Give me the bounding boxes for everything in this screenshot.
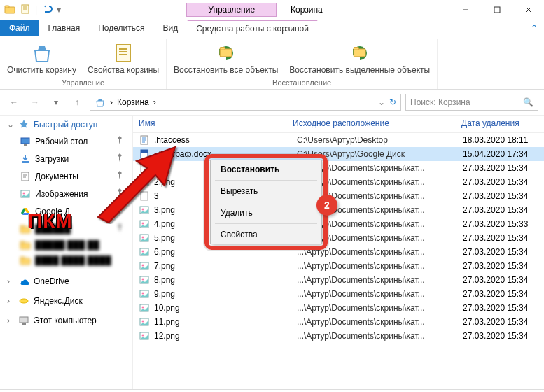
ribbon-group-restore: Восстановить все объекты Восстановить вы… bbox=[167, 39, 438, 89]
sidebar-item-label: Документы bbox=[35, 172, 78, 181]
restore-selected-button[interactable]: Восстановить выделенные объекты bbox=[286, 41, 433, 76]
undo-icon[interactable] bbox=[41, 4, 53, 17]
sidebar-item-icon bbox=[20, 171, 31, 182]
file-date: 27.03.2020 15:34 bbox=[463, 289, 538, 299]
annotation-step-badge: 2 bbox=[316, 195, 337, 216]
table-row[interactable]: 6.png...\Артур\Documents\скрины\кат...27… bbox=[133, 245, 544, 259]
file-name: 7.png bbox=[154, 261, 293, 271]
tab-home[interactable]: Главная bbox=[39, 20, 90, 36]
empty-recycle-button[interactable]: Очистить корзину bbox=[4, 41, 79, 76]
file-icon bbox=[139, 134, 150, 146]
sidebar-item[interactable]: Рабочий стол bbox=[0, 132, 132, 150]
file-date: 27.03.2020 15:34 bbox=[463, 205, 538, 215]
pin-icon bbox=[114, 222, 125, 235]
chevron-down-icon[interactable]: ⌄ bbox=[7, 120, 14, 130]
pin-icon bbox=[114, 187, 125, 200]
ctx-separator bbox=[215, 202, 317, 202]
breadcrumb-item[interactable]: Корзина bbox=[117, 97, 149, 107]
file-name: 9.png bbox=[154, 289, 293, 299]
file-location: ...\Артур\Documents\скрины\кат... bbox=[297, 289, 459, 299]
file-name: .htaccess bbox=[154, 135, 293, 145]
tab-recycle-tools[interactable]: Средства работы с корзиной bbox=[187, 20, 318, 36]
sidebar-this-pc[interactable]: › Этот компьютер bbox=[0, 313, 132, 328]
sidebar-item[interactable]: Изображения bbox=[0, 185, 132, 202]
chevron-right-icon[interactable]: › bbox=[7, 276, 14, 286]
ctx-cut[interactable]: Вырезать bbox=[211, 182, 321, 200]
file-icon bbox=[139, 302, 150, 314]
table-row[interactable]: 12.png...\Артур\Documents\скрины\кат...2… bbox=[133, 329, 544, 343]
tab-file[interactable]: Файл bbox=[0, 20, 39, 36]
breadcrumb-sep: › bbox=[153, 97, 156, 107]
ribbon: Очистить корзину Свойства корзины Управл… bbox=[0, 36, 544, 90]
restore-all-button[interactable]: Восстановить все объекты bbox=[171, 41, 281, 76]
ctx-properties[interactable]: Свойства bbox=[211, 225, 321, 244]
table-row[interactable]: .htaccessC:\Users\Артур\Desktop18.03.202… bbox=[133, 133, 544, 147]
recent-dropdown[interactable]: ▾ bbox=[48, 94, 64, 111]
sidebar-yandex-disk[interactable]: › Яндекс.Диск bbox=[0, 293, 132, 309]
file-date: 27.03.2020 15:34 bbox=[463, 261, 538, 271]
refresh-icon[interactable]: ↻ bbox=[389, 97, 396, 107]
table-row[interactable]: 4.png...\Артур\Documents\скрины\кат...27… bbox=[133, 217, 544, 231]
ctx-delete[interactable]: Удалить bbox=[211, 204, 321, 222]
sidebar-item[interactable]: Документы bbox=[0, 167, 132, 185]
table-row[interactable]: 2.png...\Артур\Documents\скрины\кат...27… bbox=[133, 175, 544, 189]
file-date: 27.03.2020 15:34 bbox=[463, 177, 538, 187]
recycle-props-icon bbox=[112, 42, 134, 64]
file-date: 27.03.2020 15:34 bbox=[463, 331, 538, 341]
props-icon[interactable] bbox=[20, 4, 31, 17]
table-row[interactable]: 11.png...\Артур\Documents\скрины\кат...2… bbox=[133, 315, 544, 329]
chevron-right-icon[interactable]: › bbox=[7, 296, 14, 306]
file-date: 27.03.2020 15:34 bbox=[463, 247, 538, 257]
table-row[interactable]: 8.png...\Артур\Documents\скрины\кат...27… bbox=[133, 273, 544, 287]
restore-selected-label: Восстановить выделенные объекты bbox=[289, 66, 430, 75]
table-row[interactable]: 7.png...\Артур\Documents\скрины\кат...27… bbox=[133, 259, 544, 273]
table-row[interactable]: 2...\Артур\Documents\скрины\кат...27.03.… bbox=[133, 161, 544, 175]
sidebar-item[interactable]: █████ ███ ██ bbox=[0, 237, 132, 253]
sidebar-item[interactable]: Загрузки bbox=[0, 150, 132, 167]
chevron-right-icon[interactable]: › bbox=[7, 316, 14, 326]
file-list-pane: Имя Исходное расположение Дата удаления … bbox=[133, 115, 544, 389]
back-button[interactable]: ← bbox=[6, 94, 22, 111]
breadcrumb-sep: › bbox=[110, 97, 113, 107]
tab-view[interactable]: Вид bbox=[153, 20, 187, 36]
recycle-props-button[interactable]: Свойства корзины bbox=[85, 41, 162, 76]
file-date: 27.03.2020 15:34 bbox=[463, 163, 538, 173]
minimize-button[interactable] bbox=[449, 0, 481, 20]
sidebar: ⌄ Быстрый доступ Рабочий столЗагрузкиДок… bbox=[0, 115, 133, 389]
address-dropdown-icon[interactable]: ⌄ bbox=[378, 97, 385, 107]
file-icon bbox=[139, 232, 150, 244]
table-row[interactable]: 10.png...\Артур\Documents\скрины\кат...2… bbox=[133, 301, 544, 315]
table-row[interactable]: 5.png...\Артур\Documents\скрины\кат...27… bbox=[133, 231, 544, 245]
table-row[interactable]: ~$Штраф.docxC:\Users\Артур\Google Диск15… bbox=[133, 147, 544, 161]
file-icon bbox=[139, 246, 150, 258]
pin-icon bbox=[114, 204, 125, 218]
file-rows[interactable]: .htaccessC:\Users\Артур\Desktop18.03.202… bbox=[133, 133, 544, 389]
sidebar-label: OneDrive bbox=[34, 276, 69, 286]
sidebar-onedrive[interactable]: › OneDrive bbox=[0, 274, 132, 289]
sidebar-quick-access[interactable]: ⌄ Быстрый доступ bbox=[0, 117, 132, 132]
tab-share[interactable]: Поделиться bbox=[89, 20, 153, 36]
address-bar[interactable]: › Корзина › ⌄ ↻ bbox=[90, 94, 401, 111]
table-row[interactable]: 9.png...\Артур\Documents\скрины\кат...27… bbox=[133, 287, 544, 301]
file-icon bbox=[139, 148, 150, 160]
search-box[interactable]: Поиск: Корзина 🔍 bbox=[405, 94, 538, 111]
table-row[interactable]: 3...\Артур\Documents\скрины\кат...27.03.… bbox=[133, 189, 544, 203]
table-row[interactable]: 3.png...\Артур\Documents\скрины\кат...27… bbox=[133, 203, 544, 217]
ctx-restore[interactable]: Восстановить bbox=[211, 160, 321, 178]
sidebar-label: Этот компьютер bbox=[34, 316, 97, 326]
up-button[interactable]: ↑ bbox=[69, 94, 85, 111]
pin-icon bbox=[114, 152, 125, 165]
qat-dropdown-icon[interactable]: ▾ bbox=[57, 5, 61, 15]
star-icon bbox=[18, 119, 29, 130]
file-location: ...\Артур\Documents\скрины\кат... bbox=[297, 261, 459, 271]
col-location[interactable]: Исходное расположение bbox=[293, 118, 461, 128]
maximize-button[interactable] bbox=[481, 0, 512, 20]
col-date[interactable]: Дата удаления bbox=[461, 118, 538, 128]
ribbon-collapse-button[interactable]: ⌃ bbox=[524, 20, 544, 36]
pc-icon bbox=[18, 315, 29, 326]
forward-button[interactable]: → bbox=[27, 94, 43, 111]
file-date: 27.03.2020 15:34 bbox=[463, 191, 538, 201]
sidebar-item[interactable]: ████ ████ ████ bbox=[0, 253, 132, 268]
col-name[interactable]: Имя bbox=[139, 118, 293, 128]
close-button[interactable] bbox=[512, 0, 544, 20]
